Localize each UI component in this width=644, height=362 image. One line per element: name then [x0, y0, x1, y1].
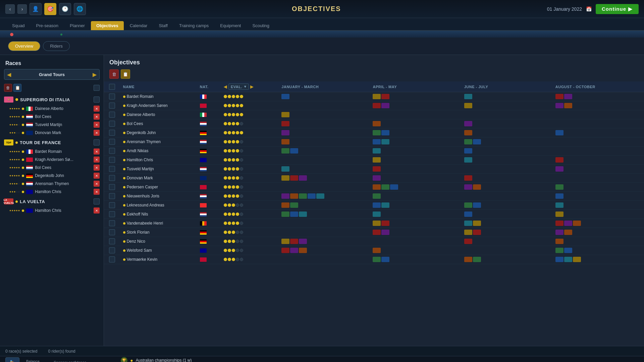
nav-tabs: Squad Pre-season Planner Objectives Cale…	[0, 18, 644, 31]
race-checkbox-supergiro[interactable]	[94, 97, 100, 103]
rider-name: Leknessund Andreas	[127, 203, 164, 207]
row-checkbox[interactable]	[109, 220, 115, 226]
tab-preseason[interactable]: Pre-season	[31, 21, 64, 30]
tab-squad[interactable]: Squad	[7, 21, 30, 30]
row-checkbox[interactable]	[109, 166, 115, 172]
rider-flag-cell	[197, 146, 221, 156]
history-icon-btn[interactable]: 🕐	[59, 3, 71, 15]
row-checkbox[interactable]	[109, 121, 115, 127]
rider-jun-jul-cell	[462, 210, 553, 219]
eval-dot	[236, 104, 239, 107]
rider-priority-dot	[123, 168, 125, 170]
cat-next-btn[interactable]: ▶	[90, 69, 99, 80]
row-checkbox[interactable]	[109, 256, 115, 262]
race-checkbox-tdf[interactable]	[94, 139, 100, 145]
row-checkbox[interactable]	[109, 130, 115, 136]
forward-button[interactable]: ›	[17, 4, 27, 14]
row-checkbox-cell	[104, 210, 120, 219]
eval-selector[interactable]: Eval. ▾	[228, 83, 249, 90]
objectives-icon-btn[interactable]: 🎯	[44, 3, 56, 15]
race-group-header-vuelta[interactable]: LAVUELTA LA VUELTA	[0, 196, 104, 206]
remove-rider-btn[interactable]: ✕	[94, 181, 100, 187]
row-checkbox[interactable]	[109, 184, 115, 190]
race-logo-vuelta: LAVUELTA	[4, 198, 13, 204]
flag-fr	[26, 149, 33, 154]
rider-apr-may-cell	[370, 228, 461, 237]
eval-dot	[240, 231, 243, 234]
cat-prev-btn[interactable]: ◀	[4, 69, 14, 80]
remove-rider-btn[interactable]: ✕	[94, 189, 100, 195]
eval-dot	[236, 113, 239, 116]
continue-button[interactable]: Continue ▶	[596, 4, 639, 14]
tab-equipment[interactable]: Equipment	[215, 21, 246, 30]
rider-name: Kragh Andersen Sø...	[35, 157, 92, 162]
select-all-checkbox[interactable]	[109, 84, 115, 90]
race-badge	[373, 148, 381, 154]
riders-btn[interactable]: Riders	[43, 41, 70, 51]
sidebar-delete-btn[interactable]: 🗑	[4, 84, 12, 92]
eval-arrow-left[interactable]: ◀	[224, 84, 227, 89]
row-checkbox[interactable]	[109, 94, 115, 100]
obj-calendar-btn[interactable]: 📋	[121, 69, 130, 79]
race-name-tdf: TOUR DE FRANCE	[20, 140, 92, 145]
row-checkbox[interactable]	[109, 139, 115, 145]
row-checkbox[interactable]	[109, 247, 115, 253]
row-checkbox[interactable]	[109, 238, 115, 244]
row-checkbox[interactable]	[109, 148, 115, 154]
bottom-bar: 🚴 Balance 449,200 € Sponsor confidence 🏆…	[0, 356, 644, 362]
tab-objectives[interactable]: Objectives	[91, 21, 124, 30]
row-checkbox[interactable]	[109, 229, 115, 235]
remove-rider-btn[interactable]: ✕	[94, 130, 100, 136]
race-checkbox-vuelta[interactable]	[94, 198, 100, 204]
sidebar-add-btn[interactable]: 📋	[13, 84, 21, 92]
tab-training-camps[interactable]: Training camps	[174, 21, 214, 30]
eval-dot	[228, 104, 231, 107]
row-checkbox[interactable]	[109, 202, 115, 208]
row-checkbox-cell	[104, 237, 120, 246]
remove-rider-btn[interactable]: ✕	[94, 157, 100, 163]
tab-planner[interactable]: Planner	[64, 21, 90, 30]
race-group-header-supergiro[interactable]: 🚴 SUPERGIRO DI ITALIA	[0, 95, 104, 105]
rider-jun-jul-cell	[462, 119, 553, 128]
squad-icon-btn[interactable]: 👤	[30, 3, 42, 15]
tab-calendar[interactable]: Calendar	[124, 21, 153, 30]
race-group-header-tdf[interactable]: TDF TOUR DE FRANCE	[0, 137, 104, 147]
races-selected-status: 0 race(s) selected	[5, 349, 37, 354]
tab-staff[interactable]: Staff	[153, 21, 173, 30]
remove-rider-btn[interactable]: ✕	[94, 148, 100, 155]
obj-delete-btn[interactable]: 🗑	[109, 69, 119, 79]
back-button[interactable]: ‹	[5, 4, 15, 14]
eval-dot	[228, 231, 231, 234]
rider-name-cell: Leknessund Andreas	[120, 201, 197, 210]
rider-aug-oct-cell	[553, 110, 644, 119]
eval-dot	[224, 222, 227, 225]
remove-rider-btn[interactable]: ✕	[94, 173, 100, 179]
remove-rider-btn[interactable]: ✕	[94, 207, 100, 214]
tab-scouting[interactable]: Scouting	[247, 21, 275, 30]
row-checkbox[interactable]	[109, 193, 115, 199]
row-checkbox-cell	[104, 219, 120, 228]
top-bar-left: ‹ › 👤 🎯 🕐 🌐	[5, 3, 86, 15]
remove-rider-btn[interactable]: ✕	[94, 106, 100, 112]
row-checkbox[interactable]	[109, 157, 115, 163]
remove-rider-btn[interactable]: ✕	[94, 165, 100, 171]
remove-rider-btn[interactable]: ✕	[94, 122, 100, 128]
calendar-icon[interactable]: 📅	[586, 6, 592, 12]
rider-priority-dot	[123, 96, 125, 98]
races-header: Races	[0, 59, 104, 69]
sidebar-select-all[interactable]	[94, 85, 100, 91]
race-badge	[473, 257, 481, 262]
map-icon-btn[interactable]: 🌐	[74, 3, 86, 15]
rider-stars: ●●●●●	[9, 115, 20, 118]
row-checkbox[interactable]	[109, 103, 115, 109]
eval-arrow-right[interactable]: ▶	[250, 84, 254, 89]
row-checkbox[interactable]	[109, 175, 115, 181]
row-checkbox[interactable]	[109, 112, 115, 118]
row-checkbox[interactable]	[109, 211, 115, 217]
eval-bar	[224, 167, 276, 171]
eval-dot	[236, 231, 239, 234]
overview-btn[interactable]: Overview	[8, 41, 40, 51]
eval-bar	[224, 240, 276, 243]
remove-rider-btn[interactable]: ✕	[94, 114, 100, 120]
eval-bar	[224, 113, 276, 116]
